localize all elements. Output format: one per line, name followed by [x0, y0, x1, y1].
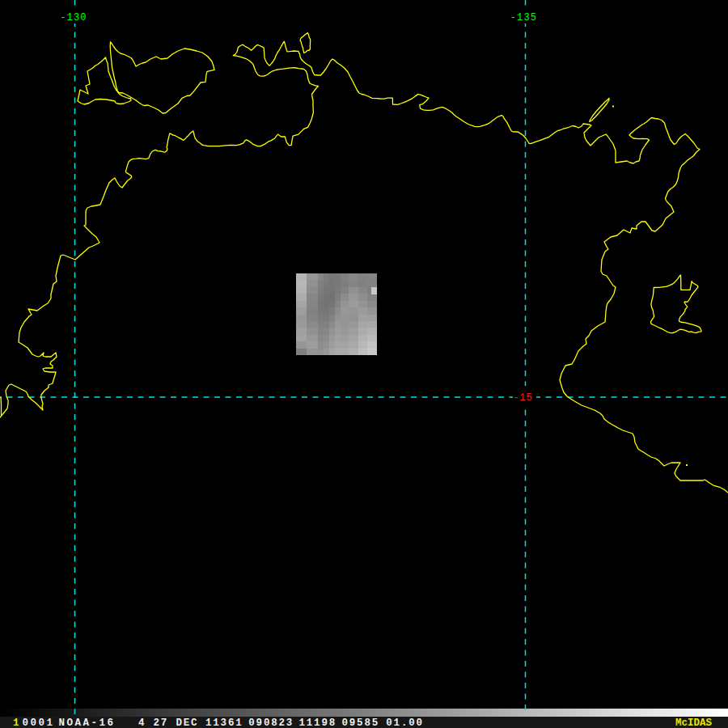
svg-text:01.00: 01.00	[386, 717, 424, 728]
svg-text:4: 4	[138, 717, 146, 728]
svg-text:-130: -130	[60, 12, 87, 23]
svg-text:1: 1	[13, 717, 19, 728]
svg-text:11198: 11198	[299, 717, 337, 728]
svg-text:090823: 090823	[248, 717, 294, 728]
svg-text:27: 27	[154, 717, 169, 728]
svg-text:11361: 11361	[205, 717, 243, 728]
svg-text:0001: 0001	[23, 717, 55, 728]
svg-text:09585: 09585	[342, 717, 380, 728]
svg-text:McIDAS: McIDAS	[675, 717, 713, 728]
svg-text:NOAA-16: NOAA-16	[59, 717, 116, 728]
svg-text:-15: -15	[513, 392, 532, 404]
svg-text:DEC: DEC	[176, 717, 199, 728]
svg-text:-135: -135	[510, 12, 537, 23]
